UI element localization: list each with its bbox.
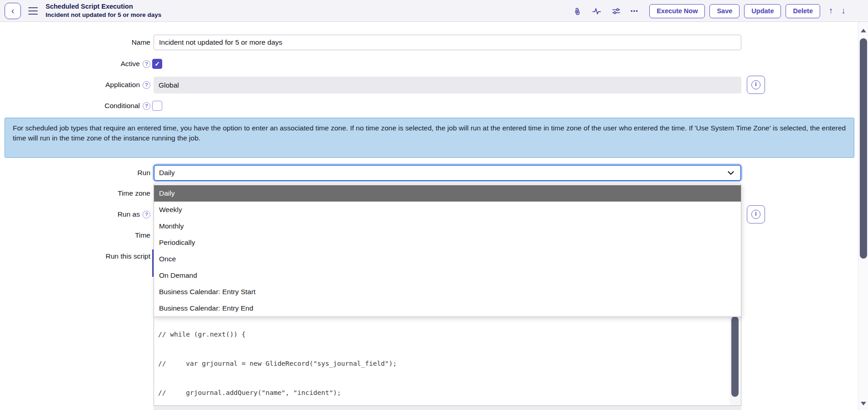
attachment-icon[interactable] <box>572 6 582 16</box>
help-icon[interactable]: ? <box>143 81 150 89</box>
chevron-down-icon <box>728 169 734 177</box>
page: ‹ Scheduled Script Execution Incident no… <box>0 0 868 410</box>
code-line: // var grjournal = new GlideRecord("sys_… <box>158 359 727 368</box>
delete-button[interactable]: Delete <box>786 4 820 18</box>
time-zone-label: Time zone <box>0 188 150 198</box>
run-select[interactable]: Daily <box>154 165 741 181</box>
dropdown-option[interactable]: Business Calendar: Entry Start <box>154 284 741 300</box>
scrollbar-down-arrow[interactable] <box>861 402 866 405</box>
run-dropdown-menu: Daily Weekly Monthly Periodically Once O… <box>154 184 741 317</box>
application-info-button[interactable]: i <box>747 76 765 94</box>
run-as-info-button[interactable]: i <box>747 205 765 223</box>
dropdown-option[interactable]: On Demand <box>154 267 741 284</box>
more-options-icon[interactable]: ••• <box>631 8 638 14</box>
script-editor[interactable]: // while (gr.next()) { // var grjournal … <box>154 315 741 406</box>
update-button[interactable]: Update <box>744 4 781 18</box>
conditional-checkbox[interactable]: ✓ <box>152 101 162 111</box>
help-icon[interactable]: ? <box>143 211 150 218</box>
help-icon[interactable]: ? <box>143 60 150 68</box>
activity-stream-icon[interactable] <box>591 6 601 16</box>
next-record-icon[interactable]: ↓ <box>837 6 850 16</box>
name-input[interactable] <box>154 35 741 50</box>
conditional-label: Conditional ? <box>0 101 150 111</box>
context-menu-icon[interactable] <box>28 7 38 17</box>
main-scrollbar[interactable] <box>858 22 868 410</box>
info-icon: i <box>751 80 760 89</box>
script-code: // while (gr.next()) { // var grjournal … <box>158 315 727 406</box>
personalize-form-icon[interactable] <box>611 6 621 16</box>
back-chevron-icon: ‹ <box>11 5 15 16</box>
title-block: Scheduled Script Execution Incident not … <box>46 2 161 19</box>
back-button[interactable]: ‹ <box>5 3 21 19</box>
active-checkbox[interactable]: ✓ <box>152 59 162 69</box>
run-as-label: Run as ? <box>0 209 150 219</box>
checkmark-icon: ✓ <box>154 60 160 67</box>
help-icon[interactable]: ? <box>143 102 150 110</box>
application-field: Global <box>154 77 741 93</box>
dropdown-option[interactable]: Periodically <box>154 234 741 251</box>
header-actions: ••• Execute Now Save Update Delete ↑ ↓ <box>572 0 850 22</box>
record-subtitle: Incident not updated for 5 or more days <box>46 11 161 19</box>
editor-resize-area <box>154 406 741 410</box>
editor-scrollbar-thumb[interactable] <box>731 317 739 397</box>
run-this-script-label: Run this script <box>0 251 150 261</box>
time-label: Time <box>0 230 150 240</box>
previous-record-icon[interactable]: ↑ <box>825 6 837 16</box>
run-label: Run <box>0 168 150 178</box>
run-select-value: Daily <box>159 169 175 177</box>
dropdown-option[interactable]: Weekly <box>154 202 741 218</box>
code-line: // grjournal.addQuery("name", "incident"… <box>158 388 727 398</box>
timezone-info-message: For scheduled job types that require an … <box>5 118 854 158</box>
info-icon: i <box>751 210 760 219</box>
dropdown-option[interactable]: Daily <box>154 185 741 202</box>
active-label: Active ? <box>0 59 150 69</box>
scrollbar-up-arrow[interactable] <box>861 29 866 32</box>
editor-scrollbar[interactable] <box>729 315 740 405</box>
name-label: Name <box>0 37 150 47</box>
page-title: Scheduled Script Execution <box>46 2 161 11</box>
execute-now-button[interactable]: Execute Now <box>649 4 705 18</box>
code-line: // while (gr.next()) { <box>158 330 727 339</box>
dropdown-option[interactable]: Once <box>154 251 741 267</box>
dropdown-option[interactable]: Monthly <box>154 218 741 234</box>
header-bar: ‹ Scheduled Script Execution Incident no… <box>0 0 868 22</box>
scrollbar-thumb[interactable] <box>860 38 867 259</box>
application-label: Application ? <box>0 80 150 90</box>
dropdown-option[interactable]: Business Calendar: Entry End <box>154 300 741 317</box>
save-button[interactable]: Save <box>709 4 740 18</box>
